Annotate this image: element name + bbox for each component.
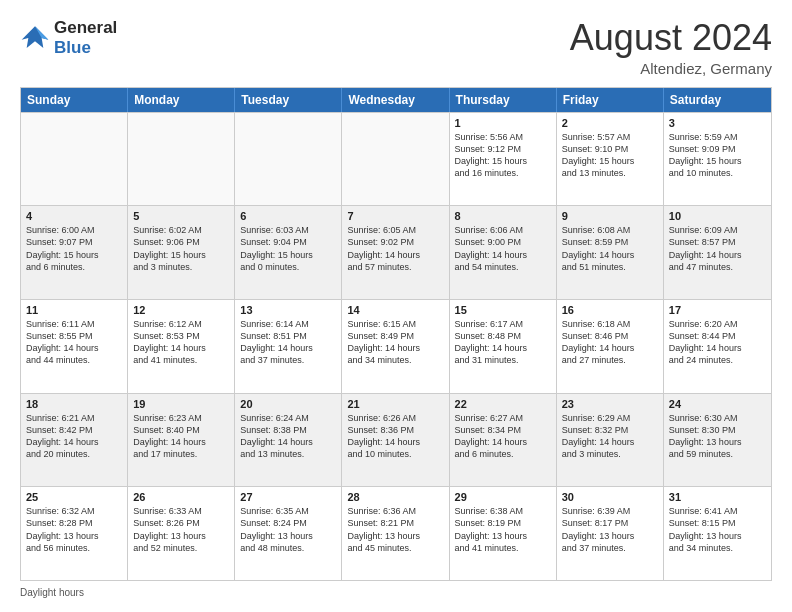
day-cell-10: 10Sunrise: 6:09 AM Sunset: 8:57 PM Dayli…: [664, 206, 771, 299]
day-info-12: Sunrise: 6:12 AM Sunset: 8:53 PM Dayligh…: [133, 318, 229, 367]
day-number-14: 14: [347, 304, 443, 316]
empty-cell-w0-d0: [21, 113, 128, 206]
day-number-11: 11: [26, 304, 122, 316]
calendar-week-3: 11Sunrise: 6:11 AM Sunset: 8:55 PM Dayli…: [21, 299, 771, 393]
day-cell-14: 14Sunrise: 6:15 AM Sunset: 8:49 PM Dayli…: [342, 300, 449, 393]
day-info-20: Sunrise: 6:24 AM Sunset: 8:38 PM Dayligh…: [240, 412, 336, 461]
day-cell-4: 4Sunrise: 6:00 AM Sunset: 9:07 PM Daylig…: [21, 206, 128, 299]
day-cell-27: 27Sunrise: 6:35 AM Sunset: 8:24 PM Dayli…: [235, 487, 342, 580]
day-number-24: 24: [669, 398, 766, 410]
day-cell-23: 23Sunrise: 6:29 AM Sunset: 8:32 PM Dayli…: [557, 394, 664, 487]
header-friday: Friday: [557, 88, 664, 112]
day-number-27: 27: [240, 491, 336, 503]
day-cell-11: 11Sunrise: 6:11 AM Sunset: 8:55 PM Dayli…: [21, 300, 128, 393]
day-number-3: 3: [669, 117, 766, 129]
day-info-7: Sunrise: 6:05 AM Sunset: 9:02 PM Dayligh…: [347, 224, 443, 273]
day-info-4: Sunrise: 6:00 AM Sunset: 9:07 PM Dayligh…: [26, 224, 122, 273]
header-sunday: Sunday: [21, 88, 128, 112]
header-wednesday: Wednesday: [342, 88, 449, 112]
day-number-4: 4: [26, 210, 122, 222]
day-cell-7: 7Sunrise: 6:05 AM Sunset: 9:02 PM Daylig…: [342, 206, 449, 299]
day-cell-22: 22Sunrise: 6:27 AM Sunset: 8:34 PM Dayli…: [450, 394, 557, 487]
day-info-5: Sunrise: 6:02 AM Sunset: 9:06 PM Dayligh…: [133, 224, 229, 273]
day-info-6: Sunrise: 6:03 AM Sunset: 9:04 PM Dayligh…: [240, 224, 336, 273]
day-number-19: 19: [133, 398, 229, 410]
page: General Blue August 2024 Altendiez, Germ…: [0, 0, 792, 612]
day-number-25: 25: [26, 491, 122, 503]
day-cell-28: 28Sunrise: 6:36 AM Sunset: 8:21 PM Dayli…: [342, 487, 449, 580]
day-info-27: Sunrise: 6:35 AM Sunset: 8:24 PM Dayligh…: [240, 505, 336, 554]
day-info-14: Sunrise: 6:15 AM Sunset: 8:49 PM Dayligh…: [347, 318, 443, 367]
day-info-29: Sunrise: 6:38 AM Sunset: 8:19 PM Dayligh…: [455, 505, 551, 554]
day-info-23: Sunrise: 6:29 AM Sunset: 8:32 PM Dayligh…: [562, 412, 658, 461]
day-number-12: 12: [133, 304, 229, 316]
day-number-23: 23: [562, 398, 658, 410]
calendar-week-2: 4Sunrise: 6:00 AM Sunset: 9:07 PM Daylig…: [21, 205, 771, 299]
day-info-25: Sunrise: 6:32 AM Sunset: 8:28 PM Dayligh…: [26, 505, 122, 554]
day-info-18: Sunrise: 6:21 AM Sunset: 8:42 PM Dayligh…: [26, 412, 122, 461]
day-cell-13: 13Sunrise: 6:14 AM Sunset: 8:51 PM Dayli…: [235, 300, 342, 393]
day-number-8: 8: [455, 210, 551, 222]
day-number-5: 5: [133, 210, 229, 222]
header-thursday: Thursday: [450, 88, 557, 112]
day-info-24: Sunrise: 6:30 AM Sunset: 8:30 PM Dayligh…: [669, 412, 766, 461]
day-number-2: 2: [562, 117, 658, 129]
day-cell-19: 19Sunrise: 6:23 AM Sunset: 8:40 PM Dayli…: [128, 394, 235, 487]
day-number-18: 18: [26, 398, 122, 410]
day-info-28: Sunrise: 6:36 AM Sunset: 8:21 PM Dayligh…: [347, 505, 443, 554]
day-number-26: 26: [133, 491, 229, 503]
day-info-3: Sunrise: 5:59 AM Sunset: 9:09 PM Dayligh…: [669, 131, 766, 180]
day-cell-17: 17Sunrise: 6:20 AM Sunset: 8:44 PM Dayli…: [664, 300, 771, 393]
logo: General Blue: [20, 18, 117, 57]
day-number-20: 20: [240, 398, 336, 410]
day-number-10: 10: [669, 210, 766, 222]
calendar-header: Sunday Monday Tuesday Wednesday Thursday…: [21, 88, 771, 112]
day-cell-3: 3Sunrise: 5:59 AM Sunset: 9:09 PM Daylig…: [664, 113, 771, 206]
day-number-22: 22: [455, 398, 551, 410]
logo-icon: [20, 23, 50, 53]
day-info-26: Sunrise: 6:33 AM Sunset: 8:26 PM Dayligh…: [133, 505, 229, 554]
day-cell-25: 25Sunrise: 6:32 AM Sunset: 8:28 PM Dayli…: [21, 487, 128, 580]
day-number-17: 17: [669, 304, 766, 316]
day-info-11: Sunrise: 6:11 AM Sunset: 8:55 PM Dayligh…: [26, 318, 122, 367]
day-info-16: Sunrise: 6:18 AM Sunset: 8:46 PM Dayligh…: [562, 318, 658, 367]
day-number-6: 6: [240, 210, 336, 222]
day-info-21: Sunrise: 6:26 AM Sunset: 8:36 PM Dayligh…: [347, 412, 443, 461]
month-year-title: August 2024: [570, 18, 772, 58]
day-number-9: 9: [562, 210, 658, 222]
empty-cell-w0-d3: [342, 113, 449, 206]
title-block: August 2024 Altendiez, Germany: [570, 18, 772, 77]
day-cell-5: 5Sunrise: 6:02 AM Sunset: 9:06 PM Daylig…: [128, 206, 235, 299]
header-tuesday: Tuesday: [235, 88, 342, 112]
day-number-21: 21: [347, 398, 443, 410]
header-monday: Monday: [128, 88, 235, 112]
day-cell-31: 31Sunrise: 6:41 AM Sunset: 8:15 PM Dayli…: [664, 487, 771, 580]
day-number-7: 7: [347, 210, 443, 222]
day-number-1: 1: [455, 117, 551, 129]
calendar-body: 1Sunrise: 5:56 AM Sunset: 9:12 PM Daylig…: [21, 112, 771, 580]
day-cell-21: 21Sunrise: 6:26 AM Sunset: 8:36 PM Dayli…: [342, 394, 449, 487]
day-info-2: Sunrise: 5:57 AM Sunset: 9:10 PM Dayligh…: [562, 131, 658, 180]
footer: Daylight hours: [20, 587, 772, 598]
day-number-31: 31: [669, 491, 766, 503]
day-cell-24: 24Sunrise: 6:30 AM Sunset: 8:30 PM Dayli…: [664, 394, 771, 487]
day-cell-1: 1Sunrise: 5:56 AM Sunset: 9:12 PM Daylig…: [450, 113, 557, 206]
empty-cell-w0-d2: [235, 113, 342, 206]
day-info-15: Sunrise: 6:17 AM Sunset: 8:48 PM Dayligh…: [455, 318, 551, 367]
day-cell-18: 18Sunrise: 6:21 AM Sunset: 8:42 PM Dayli…: [21, 394, 128, 487]
day-cell-12: 12Sunrise: 6:12 AM Sunset: 8:53 PM Dayli…: [128, 300, 235, 393]
day-cell-6: 6Sunrise: 6:03 AM Sunset: 9:04 PM Daylig…: [235, 206, 342, 299]
day-info-8: Sunrise: 6:06 AM Sunset: 9:00 PM Dayligh…: [455, 224, 551, 273]
day-info-1: Sunrise: 5:56 AM Sunset: 9:12 PM Dayligh…: [455, 131, 551, 180]
day-cell-20: 20Sunrise: 6:24 AM Sunset: 8:38 PM Dayli…: [235, 394, 342, 487]
day-number-29: 29: [455, 491, 551, 503]
day-cell-9: 9Sunrise: 6:08 AM Sunset: 8:59 PM Daylig…: [557, 206, 664, 299]
empty-cell-w0-d1: [128, 113, 235, 206]
logo-text: General Blue: [54, 18, 117, 57]
day-cell-8: 8Sunrise: 6:06 AM Sunset: 9:00 PM Daylig…: [450, 206, 557, 299]
day-cell-16: 16Sunrise: 6:18 AM Sunset: 8:46 PM Dayli…: [557, 300, 664, 393]
calendar-week-1: 1Sunrise: 5:56 AM Sunset: 9:12 PM Daylig…: [21, 112, 771, 206]
day-cell-26: 26Sunrise: 6:33 AM Sunset: 8:26 PM Dayli…: [128, 487, 235, 580]
day-info-10: Sunrise: 6:09 AM Sunset: 8:57 PM Dayligh…: [669, 224, 766, 273]
day-number-30: 30: [562, 491, 658, 503]
